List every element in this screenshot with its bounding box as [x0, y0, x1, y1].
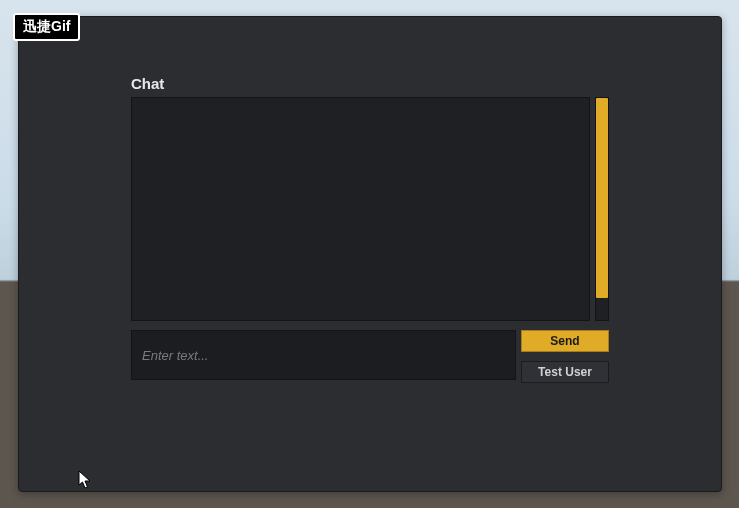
- chat-title: Chat: [131, 75, 164, 92]
- chat-panel: 迅捷Gif Chat Send Test User: [18, 16, 722, 492]
- send-button[interactable]: Send: [521, 330, 609, 352]
- chat-scrollbar-track[interactable]: [595, 97, 609, 321]
- chat-input[interactable]: [131, 330, 516, 380]
- chat-log-area: [131, 97, 590, 321]
- chat-scrollbar-thumb[interactable]: [596, 98, 608, 298]
- test-user-button[interactable]: Test User: [521, 361, 609, 383]
- watermark-label: 迅捷Gif: [23, 18, 70, 34]
- watermark-badge: 迅捷Gif: [13, 13, 80, 41]
